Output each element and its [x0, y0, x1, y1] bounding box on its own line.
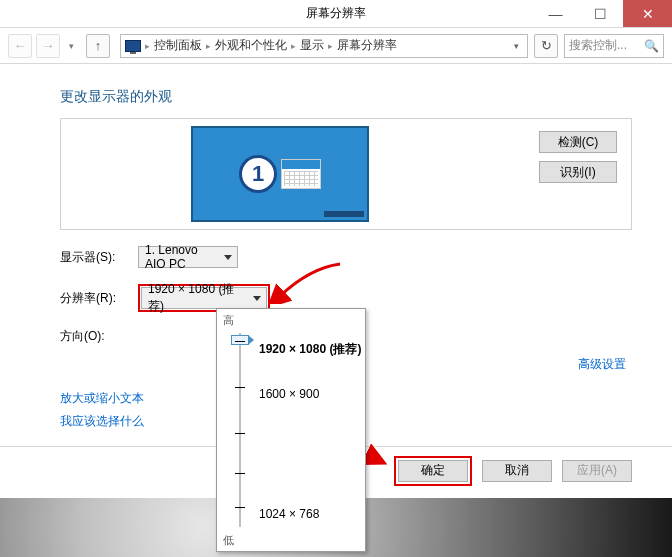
slider-low-label: 低	[223, 533, 234, 548]
resolution-option[interactable]: 1024 × 768	[259, 507, 319, 521]
display-row: 显示器(S): 1. Lenovo AIO PC	[60, 246, 632, 268]
apply-button[interactable]: 应用(A)	[562, 460, 632, 482]
page-heading: 更改显示器的外观	[60, 88, 632, 106]
search-input[interactable]: 搜索控制... 🔍	[564, 34, 664, 58]
ok-highlight: 确定	[394, 456, 472, 486]
content: 更改显示器的外观 1 检测(C) 识别(I) 显示器(S): 1. Lenovo…	[0, 64, 672, 345]
slider-track	[239, 333, 241, 527]
chevron-right-icon: ▸	[291, 41, 296, 51]
breadcrumb-item[interactable]: 控制面板	[154, 37, 202, 54]
display-select[interactable]: 1. Lenovo AIO PC	[138, 246, 238, 268]
advanced-settings-link[interactable]: 高级设置	[578, 356, 626, 373]
slider-tick	[235, 473, 245, 474]
orientation-label: 方向(O):	[60, 328, 138, 345]
maximize-button[interactable]: ☐	[578, 0, 623, 27]
slider-tick	[235, 433, 245, 434]
titlebar: 屏幕分辨率 — ☐ ✕	[0, 0, 672, 28]
display-label: 显示器(S):	[60, 249, 138, 266]
arrow-left-icon: ←	[14, 38, 27, 53]
chevron-right-icon: ▸	[328, 41, 333, 51]
resolution-dropdown[interactable]: 高 1920 × 1080 (推荐) 1600 × 900 1024 × 768…	[216, 308, 366, 552]
navbar: ← → ▾ ↑ ▸ 控制面板 ▸ 外观和个性化 ▸ 显示 ▸ 屏幕分辨率 ▾ ↻…	[0, 28, 672, 64]
refresh-icon: ↻	[541, 38, 552, 53]
slider-tick	[235, 507, 245, 508]
address-dropdown-icon[interactable]: ▾	[510, 41, 523, 51]
display-preview: 1 检测(C) 识别(I)	[60, 118, 632, 230]
resolution-option[interactable]: 1600 × 900	[259, 387, 319, 401]
resolution-select[interactable]: 1920 × 1080 (推荐)	[141, 287, 267, 309]
minimize-button[interactable]: —	[533, 0, 578, 27]
arrow-right-icon: →	[42, 38, 55, 53]
slider-tick	[235, 387, 245, 388]
nav-history-dropdown[interactable]: ▾	[64, 34, 78, 58]
display-grid-icon	[281, 159, 321, 189]
what-choose-link[interactable]: 我应该选择什么	[60, 413, 144, 430]
identify-button[interactable]: 识别(I)	[539, 161, 617, 183]
nav-up-button[interactable]: ↑	[86, 34, 110, 58]
forward-button[interactable]: →	[36, 34, 60, 58]
help-links: 放大或缩小文本 我应该选择什么	[60, 390, 144, 430]
monitor-icon	[125, 40, 141, 52]
detect-button[interactable]: 检测(C)	[539, 131, 617, 153]
back-button[interactable]: ←	[8, 34, 32, 58]
chevron-right-icon: ▸	[206, 41, 211, 51]
addressbar[interactable]: ▸ 控制面板 ▸ 外观和个性化 ▸ 显示 ▸ 屏幕分辨率 ▾	[120, 34, 528, 58]
breadcrumb-item[interactable]: 屏幕分辨率	[337, 37, 397, 54]
ok-button[interactable]: 确定	[398, 460, 468, 482]
display-select-value: 1. Lenovo AIO PC	[145, 243, 219, 271]
breadcrumb-item[interactable]: 显示	[300, 37, 324, 54]
cancel-button[interactable]: 取消	[482, 460, 552, 482]
slider-tick	[235, 341, 245, 342]
breadcrumb-item[interactable]: 外观和个性化	[215, 37, 287, 54]
zoom-text-link[interactable]: 放大或缩小文本	[60, 390, 144, 407]
refresh-button[interactable]: ↻	[534, 34, 558, 58]
display-thumbnail[interactable]: 1	[191, 126, 369, 222]
arrow-up-icon: ↑	[95, 38, 102, 53]
search-placeholder: 搜索控制...	[569, 37, 627, 54]
resolution-option[interactable]: 1920 × 1080 (推荐)	[259, 341, 361, 358]
slider-high-label: 高	[223, 313, 234, 328]
slider-thumb[interactable]	[231, 335, 249, 345]
display-number-badge: 1	[239, 155, 277, 193]
chevron-right-icon: ▸	[145, 41, 150, 51]
resolution-slider[interactable]	[231, 333, 249, 527]
search-icon: 🔍	[644, 39, 659, 53]
resolution-label: 分辨率(R):	[60, 290, 138, 307]
close-button[interactable]: ✕	[623, 0, 672, 27]
window-controls: — ☐ ✕	[533, 0, 672, 27]
